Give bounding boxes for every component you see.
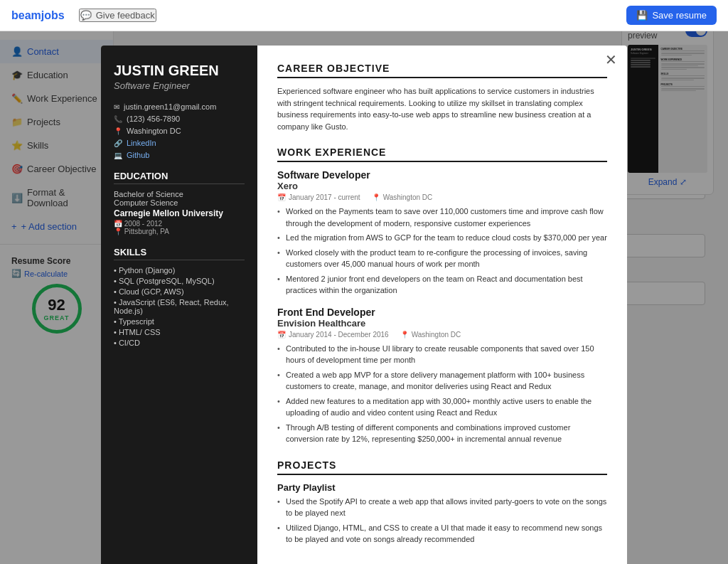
work-experience-section: WORK EXPERIENCE Software DeveloperXero 📅…: [277, 147, 607, 445]
brand-logo: beamjobs: [11, 9, 65, 22]
contact-item-1: 📞(123) 456-7890: [114, 115, 245, 123]
skill-item-6: • CI/CD: [114, 339, 245, 347]
project-name-0: Party Playlist: [277, 482, 607, 493]
projects-section: PROJECTS Party PlaylistUsed the Spotify …: [277, 459, 607, 546]
job-title-1: Front End Developer: [277, 307, 607, 318]
contact-list: ✉justin.green11@gmail.com📞(123) 456-7890…: [114, 102, 245, 159]
job-dates-0: 📅January 2017 - current: [277, 193, 360, 201]
contact-link-4[interactable]: Github: [127, 151, 149, 159]
edu-school: Carnegie Mellon University: [114, 208, 245, 218]
contact-item-4: 💻Github: [114, 151, 245, 159]
feedback-button[interactable]: 💬 Give feedback: [79, 9, 156, 22]
save-resume-button[interactable]: 💾 Save resume: [626, 6, 717, 25]
edu-field: Computer Science: [114, 198, 245, 207]
work-experience-list: Software DeveloperXero 📅January 2017 - c…: [277, 169, 607, 445]
work-experience-title: WORK EXPERIENCE: [277, 147, 607, 162]
job-entry-0: Software DeveloperXero 📅January 2017 - c…: [277, 169, 607, 297]
job-entry-1: Front End DeveloperEnvision Healthcare 📅…: [277, 307, 607, 445]
modal-overlay[interactable]: ✕ JUSTIN GREEN Software Engineer ✉justin…: [0, 31, 728, 564]
bullet-1-1: Created a web app MVP for a store delive…: [277, 369, 607, 393]
proj-bullet-0-0: Used the Spotify API to create a web app…: [277, 496, 607, 519]
contact-text-2: Washington DC: [127, 127, 181, 135]
skill-item-3: • JavaScript (ES6, React, Redux, Node.js…: [114, 298, 245, 315]
skill-item-0: • Python (Django): [114, 266, 245, 275]
edu-location: 📍 Pittsburgh, PA: [114, 228, 245, 235]
resume-job-title: Software Engineer: [114, 80, 245, 91]
contact-text-1: (123) 456-7890: [127, 115, 180, 123]
contact-icon-4: 💻: [114, 151, 122, 159]
resume-right-panel: CAREER OBJECTIVE Experienced software en…: [257, 46, 627, 564]
job-title-0: Software Developer: [277, 169, 607, 181]
contact-icon-1: 📞: [114, 115, 122, 123]
resume-modal: ✕ JUSTIN GREEN Software Engineer ✉justin…: [101, 46, 627, 564]
top-navigation: beamjobs 💬 Give feedback 💾 Save resume: [0, 0, 728, 31]
career-objective-text: Experienced software engineer who has bu…: [277, 85, 607, 132]
feedback-icon: 💬: [80, 10, 92, 21]
contact-text-0: justin.green11@gmail.com: [124, 102, 216, 111]
career-objective-title: CAREER OBJECTIVE: [277, 63, 607, 78]
job-bullets-1: Contributed to the in-house UI library t…: [277, 343, 607, 445]
nav-left: beamjobs 💬 Give feedback: [11, 9, 156, 22]
skills-list: • Python (Django)• SQL (PostgreSQL, MySQ…: [114, 266, 245, 347]
feedback-label: Give feedback: [96, 10, 155, 21]
bullet-0-0: Worked on the Payments team to save over…: [277, 206, 607, 229]
job-bullets-0: Worked on the Payments team to save over…: [277, 206, 607, 297]
skills-section-title: SKILLS: [114, 247, 245, 260]
skill-item-2: • Cloud (GCP, AWS): [114, 287, 245, 296]
job-location-0: 📍Washington DC: [372, 193, 433, 201]
career-objective-section: CAREER OBJECTIVE Experienced software en…: [277, 63, 607, 132]
job-company-1: Envision Healthcare: [277, 318, 607, 329]
contact-item-2: 📍Washington DC: [114, 127, 245, 135]
projects-title: PROJECTS: [277, 459, 607, 475]
project-bullets-0: Used the Spotify API to create a web app…: [277, 496, 607, 546]
save-label: Save resume: [652, 10, 707, 21]
proj-bullet-0-1: Utilized Django, HTML, and CSS to create…: [277, 522, 607, 546]
close-modal-button[interactable]: ✕: [605, 53, 617, 67]
job-company-0: Xero: [277, 181, 607, 191]
contact-icon-2: 📍: [114, 127, 122, 135]
bullet-0-1: Led the migration from AWS to GCP for th…: [277, 232, 607, 244]
skill-item-5: • HTML/ CSS: [114, 328, 245, 336]
bullet-0-3: Mentored 2 junior front end developers o…: [277, 273, 607, 297]
job-dates-1: 📅January 2014 - December 2016: [277, 331, 389, 339]
resume-name: JUSTIN GREEN: [114, 63, 245, 79]
bullet-1-3: Through A/B testing of different compone…: [277, 422, 607, 445]
project-entry-0: Party PlaylistUsed the Spotify API to cr…: [277, 482, 607, 546]
edu-degree: Bachelor of Science: [114, 190, 245, 198]
resume-left-panel: JUSTIN GREEN Software Engineer ✉justin.g…: [101, 46, 257, 564]
modal-body: JUSTIN GREEN Software Engineer ✉justin.g…: [101, 46, 627, 564]
contact-item-0: ✉justin.green11@gmail.com: [114, 102, 245, 111]
contact-icon-3: 🔗: [114, 139, 122, 147]
education-section-title: EDUCATION: [114, 171, 245, 184]
bullet-0-2: Worked closely with the product team to …: [277, 247, 607, 270]
job-meta-1: 📅January 2014 - December 2016 📍Washingto…: [277, 331, 607, 339]
contact-link-3[interactable]: LinkedIn: [127, 139, 156, 147]
bullet-1-2: Added new features to a meditation app w…: [277, 395, 607, 419]
contact-icon-0: ✉: [114, 103, 119, 111]
projects-list: Party PlaylistUsed the Spotify API to cr…: [277, 482, 607, 546]
skill-item-4: • Typescript: [114, 317, 245, 326]
bullet-1-0: Contributed to the in-house UI library t…: [277, 343, 607, 366]
contact-item-3: 🔗LinkedIn: [114, 139, 245, 147]
save-icon: 💾: [636, 10, 648, 21]
job-meta-0: 📅January 2017 - current 📍Washington DC: [277, 193, 607, 201]
job-location-1: 📍Washington DC: [400, 331, 461, 339]
edu-years: 📅 2008 - 2012: [114, 220, 245, 228]
skill-item-1: • SQL (PostgreSQL, MySQL): [114, 277, 245, 285]
